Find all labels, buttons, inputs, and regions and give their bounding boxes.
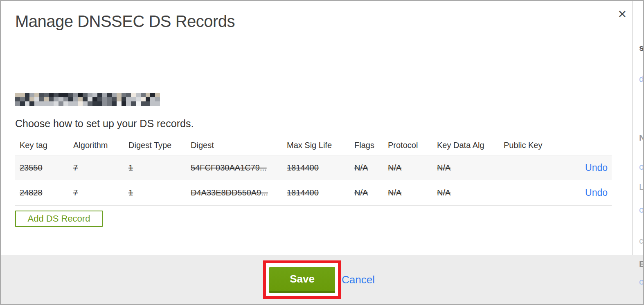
redaction-block <box>131 97 136 102</box>
cell-digest: 54FCF030AA1C79... <box>186 163 282 173</box>
redaction-block <box>97 101 102 106</box>
redaction-block <box>15 93 20 97</box>
cell-digest: D4A33E8DD550A9... <box>186 188 282 197</box>
redaction-block <box>20 93 25 97</box>
cell-protocol: N/A <box>383 163 432 173</box>
redaction-block <box>34 97 39 102</box>
redaction-block <box>54 101 59 106</box>
redaction-block <box>117 101 122 106</box>
redaction-block <box>112 101 117 106</box>
redaction-block <box>78 101 83 106</box>
redaction-block <box>49 93 54 97</box>
redaction-block <box>141 93 146 97</box>
cell-key-data-alg: N/A <box>432 188 499 197</box>
table-row: 23550 7 1 54FCF030AA1C79... 1814400 N/A … <box>15 155 612 180</box>
column-header-digest-type: Digest Type <box>124 141 186 150</box>
save-button[interactable]: Save <box>269 267 335 293</box>
redaction-block <box>63 93 68 97</box>
redaction-block <box>15 97 20 102</box>
redaction-block <box>136 97 141 102</box>
cell-algorithm: 7 <box>69 188 124 197</box>
redaction-block <box>63 97 68 102</box>
redacted-domain-name <box>15 93 160 106</box>
redaction-block <box>126 97 131 102</box>
undo-link[interactable]: Undo <box>585 187 608 198</box>
redaction-block <box>59 101 63 106</box>
redaction-block <box>146 101 151 106</box>
redaction-block <box>63 101 68 106</box>
redaction-block <box>97 97 102 102</box>
background-text-fragment: L <box>639 182 644 191</box>
background-text-fragment: c <box>639 236 644 245</box>
background-text-fragment: N <box>639 133 644 142</box>
redaction-block <box>88 101 92 106</box>
add-ds-record-button[interactable]: Add DS Record <box>15 211 103 227</box>
column-header-algorithm: Algorithm <box>69 141 124 150</box>
redaction-block <box>73 97 78 102</box>
redaction-block <box>102 101 107 106</box>
redaction-block <box>20 101 25 106</box>
redaction-block <box>25 101 30 106</box>
cancel-link[interactable]: Cancel <box>342 274 375 286</box>
redaction-block <box>131 101 136 106</box>
background-page-edge-divider <box>632 1 633 255</box>
redaction-block <box>78 93 83 97</box>
redaction-block <box>146 97 151 102</box>
redaction-block <box>54 93 59 97</box>
redaction-block <box>122 97 126 102</box>
background-text-fragment: E <box>639 260 644 268</box>
redaction-block <box>117 93 122 97</box>
cell-digest-type: 1 <box>124 163 186 173</box>
redaction-block <box>54 97 59 102</box>
redaction-block <box>44 101 49 106</box>
redaction-block <box>39 101 44 106</box>
redaction-block <box>49 97 54 102</box>
redaction-block <box>155 97 160 102</box>
cell-max-sig-life: 1814400 <box>282 163 350 173</box>
redaction-block <box>150 97 155 102</box>
redaction-block <box>68 93 73 97</box>
column-header-protocol: Protocol <box>383 141 432 150</box>
cell-max-sig-life: 1814400 <box>282 188 350 197</box>
column-header-key-data-alg: Key Data Alg <box>432 141 499 150</box>
cell-key-data-alg: N/A <box>432 163 499 173</box>
background-text-fragment: s <box>639 43 644 52</box>
redaction-block <box>107 93 112 97</box>
column-header-public-key: Public Key <box>499 141 561 150</box>
redaction-block <box>83 93 88 97</box>
redaction-block <box>34 93 39 97</box>
background-text-fragment: o <box>639 162 644 171</box>
redaction-block <box>112 97 117 102</box>
redaction-block <box>117 97 122 102</box>
redaction-block <box>155 101 160 106</box>
redaction-block <box>25 97 30 102</box>
redaction-block <box>83 97 88 102</box>
redaction-block <box>15 101 20 106</box>
instruction-text: Choose how to set up your DS records. <box>15 118 194 130</box>
redaction-block <box>92 101 97 106</box>
redaction-block <box>122 93 126 97</box>
redaction-block <box>97 93 102 97</box>
redaction-block <box>68 101 73 106</box>
redaction-block <box>141 101 146 106</box>
redaction-block <box>92 97 97 102</box>
redaction-block <box>29 93 34 97</box>
close-icon[interactable]: ✕ <box>617 9 627 20</box>
redaction-block <box>107 97 112 102</box>
redaction-block <box>39 97 44 102</box>
cell-key-tag: 23550 <box>15 163 69 173</box>
redaction-block <box>68 97 73 102</box>
redaction-block <box>29 101 34 106</box>
page-title: Manage DNSSEC DS Records <box>15 12 235 31</box>
redaction-block <box>78 97 83 102</box>
redaction-block <box>34 101 39 106</box>
cell-algorithm: 7 <box>69 163 124 173</box>
table-row: 24828 7 1 D4A33E8DD550A9... 1814400 N/A … <box>15 180 612 206</box>
column-header-key-tag: Key tag <box>15 141 69 150</box>
redaction-block <box>155 93 160 97</box>
undo-link[interactable]: Undo <box>585 162 608 173</box>
redaction-block <box>136 101 141 106</box>
redaction-block <box>29 97 34 102</box>
column-header-digest: Digest <box>186 141 282 150</box>
table-rows: 23550 7 1 54FCF030AA1C79... 1814400 N/A … <box>15 155 612 206</box>
